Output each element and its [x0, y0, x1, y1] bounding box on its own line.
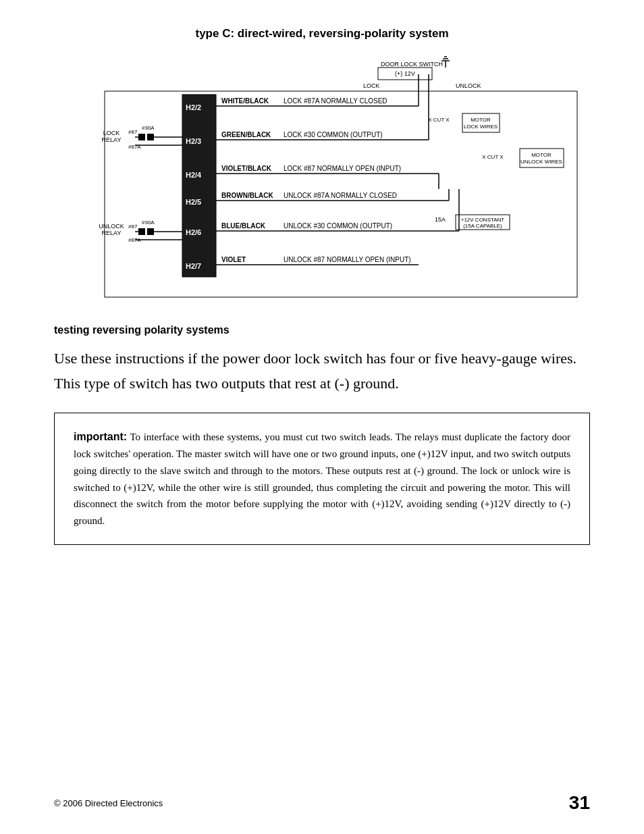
footer-copyright: © 2006 Directed Electronics	[54, 798, 163, 808]
svg-text:(15A CAPABLE): (15A CAPABLE)	[463, 223, 502, 229]
svg-text:BLUE/BLACK: BLUE/BLACK	[221, 222, 266, 230]
svg-text:#30A: #30A	[142, 219, 155, 226]
svg-text:GREEN/BLACK: GREEN/BLACK	[221, 131, 271, 138]
svg-text:DOOR LOCK SWITCH: DOOR LOCK SWITCH	[381, 61, 443, 68]
svg-text:#87: #87	[128, 224, 138, 230]
svg-text:(+) 12V: (+) 12V	[395, 70, 415, 77]
page-number: 31	[569, 792, 590, 814]
svg-text:H2/3: H2/3	[186, 137, 201, 145]
svg-text:BROWN/BLACK: BROWN/BLACK	[221, 192, 273, 199]
svg-text:H2/7: H2/7	[186, 262, 201, 270]
section-title: testing reversing polarity systems	[54, 324, 590, 336]
svg-text:LOCK #30 COMMON (OUTPUT): LOCK #30 COMMON (OUTPUT)	[284, 131, 383, 138]
svg-text:LOCK WIRES: LOCK WIRES	[464, 124, 498, 130]
svg-text:#30A: #30A	[142, 125, 155, 131]
svg-text:H2/4: H2/4	[186, 171, 202, 179]
svg-text:LOCK #87 NORMALLY OPEN (INPUT): LOCK #87 NORMALLY OPEN (INPUT)	[284, 165, 401, 172]
svg-text:LOCK #87A NORMALLY CLOSED: LOCK #87A NORMALLY CLOSED	[284, 97, 387, 105]
svg-text:+12V CONSTANT: +12V CONSTANT	[461, 217, 505, 223]
svg-text:LOCK: LOCK	[363, 82, 380, 89]
svg-text:H2/5: H2/5	[186, 198, 201, 206]
svg-text:15A: 15A	[435, 216, 446, 223]
svg-text:X CUT X: X CUT X	[482, 154, 504, 160]
svg-text:UNLOCK: UNLOCK	[456, 82, 481, 89]
svg-rect-61	[147, 134, 154, 140]
svg-text:UNLOCK: UNLOCK	[99, 223, 124, 230]
diagram-svg: H2/2 H2/3 H2/4 H2/5 H2/6 H2/7	[54, 54, 590, 304]
important-box: important: To interface with these syste…	[54, 413, 590, 545]
svg-text:UNLOCK #30 COMMON (OUTPUT): UNLOCK #30 COMMON (OUTPUT)	[284, 222, 392, 230]
wiring-diagram: H2/2 H2/3 H2/4 H2/5 H2/6 H2/7	[54, 54, 590, 304]
svg-text:#87: #87	[128, 129, 138, 135]
important-label: important:	[74, 431, 127, 442]
body-text: Use these instructions if the power door…	[54, 346, 590, 396]
svg-rect-71	[147, 228, 154, 235]
svg-text:LOCK: LOCK	[103, 130, 120, 136]
page: type C: direct-wired, reversing-polarity…	[0, 0, 644, 834]
important-text: To interface with these systems, you mus…	[74, 432, 570, 526]
page-title: type C: direct-wired, reversing-polarity…	[54, 27, 590, 41]
svg-text:WHITE/BLACK: WHITE/BLACK	[221, 97, 269, 105]
svg-rect-60	[138, 134, 145, 140]
svg-text:MOTOR: MOTOR	[471, 117, 491, 123]
svg-rect-0	[182, 95, 216, 277]
svg-rect-70	[138, 228, 145, 235]
svg-text:UNLOCK #87 NORMALLY OPEN (INPU: UNLOCK #87 NORMALLY OPEN (INPUT)	[284, 256, 411, 263]
svg-text:X CUT X: X CUT X	[428, 117, 450, 123]
svg-text:H2/6: H2/6	[186, 228, 201, 236]
svg-text:H2/2: H2/2	[186, 103, 201, 111]
svg-text:VIOLET/BLACK: VIOLET/BLACK	[221, 165, 272, 172]
svg-text:MOTOR: MOTOR	[531, 152, 552, 158]
svg-text:UNLOCK WIRES: UNLOCK WIRES	[520, 159, 562, 165]
svg-text:UNLOCK #87A NORMALLY CLOSED: UNLOCK #87A NORMALLY CLOSED	[284, 192, 397, 199]
svg-text:VIOLET: VIOLET	[221, 256, 246, 263]
footer: © 2006 Directed Electronics 31	[54, 792, 590, 814]
